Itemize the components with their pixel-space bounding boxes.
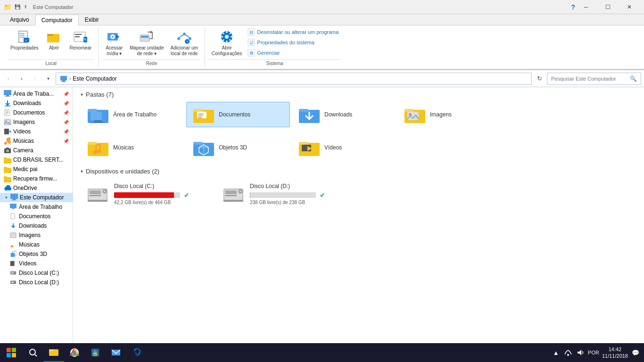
folders-grid-2: Músicas Objetos 3D	[81, 135, 636, 160]
btn-adicionar[interactable]: + Adicionar umlocal de rede	[167, 27, 200, 58]
folder-3d[interactable]: Objetos 3D	[186, 135, 290, 160]
sidebar-item-camera[interactable]: Camera	[0, 146, 73, 155]
music-icon	[4, 137, 11, 145]
sidebar-item-documentos[interactable]: Documentos 📌	[0, 108, 73, 117]
btn-renomear[interactable]: ✎ Renomear	[66, 27, 94, 53]
sidebar-item-imagens[interactable]: Imagens 📌	[0, 117, 73, 127]
sidebar-3d-label: Objetos 3D	[19, 251, 47, 257]
sidebar-item-cd[interactable]: CD BRASIL SERT...	[0, 155, 73, 165]
folder-desktop[interactable]: Área de Trabalho	[81, 102, 184, 127]
tray-arrow-icon[interactable]: ▲	[551, 348, 561, 357]
btn-mapear[interactable]: Mapear unidadede rede ▾	[127, 27, 166, 58]
sidebar-item-videos[interactable]: Vídeos 📌	[0, 127, 73, 136]
taskbar: 🔒 ▲ POR 14:42 11/11/2018 💬	[0, 343, 644, 362]
refresh-button[interactable]: ↻	[534, 73, 545, 84]
sidebar-item-onedrive[interactable]: OneDrive	[0, 183, 73, 193]
folder-downloads[interactable]: Downloads	[292, 102, 396, 127]
sidebar-item-downloads[interactable]: Downloads 📌	[0, 99, 73, 108]
svg-rect-123	[50, 351, 58, 355]
sidebar-item-3d[interactable]: Objetos 3D	[0, 249, 73, 259]
sidebar-item-area-trabalho[interactable]: Área de Trabalho	[0, 202, 73, 212]
link-manage[interactable]: ⚙ Gerenciar	[246, 48, 340, 58]
link-sysprops[interactable]: ☑ Propriedades do sistema	[246, 38, 340, 47]
btn-abrir[interactable]: Abrir	[42, 27, 66, 53]
sidebar-item-imagens2[interactable]: Imagens	[0, 230, 73, 240]
disk-item-c[interactable]: Disco Local (C:) ✔ 42,2 GB livre(s) de 4…	[81, 179, 213, 209]
address-path[interactable]: › Este Computador	[56, 73, 532, 85]
sidebar-item-videos2[interactable]: Vídeos	[0, 259, 73, 268]
start-button[interactable]	[0, 343, 23, 362]
sidebar-item-diskc[interactable]: Disco Local (C:)	[0, 268, 73, 278]
disk-item-d[interactable]: Disco Local (D:) ✔ 238 GB livre(s) de 23…	[216, 179, 348, 209]
tab-computador[interactable]: Computador	[35, 15, 79, 25]
tab-exibir[interactable]: Exibir	[79, 14, 105, 25]
tray-volume-icon[interactable]	[576, 348, 585, 357]
btn-propriedades[interactable]: ✓ Propriedades	[8, 27, 41, 53]
back-button[interactable]: ‹	[3, 73, 14, 84]
close-button[interactable]: ✕	[619, 0, 640, 14]
quick-save[interactable]: 💾	[15, 4, 20, 9]
folder-imagens[interactable]: Imagens	[397, 102, 501, 127]
svg-rect-1	[20, 33, 25, 34]
taskbar-explorer[interactable]	[43, 343, 64, 362]
sidebar-item-recupera[interactable]: Recupera firmw...	[0, 174, 73, 183]
svg-rect-53	[4, 158, 11, 164]
svg-text:✓: ✓	[25, 39, 28, 42]
svg-point-66	[11, 245, 13, 247]
btn-acessar-midia[interactable]: Acessarmídia ▾	[102, 27, 126, 58]
taskbar-mail[interactable]	[106, 343, 126, 362]
svg-rect-67	[11, 253, 15, 257]
tray-clock[interactable]: 14:42 11/11/2018	[602, 346, 628, 360]
disk-d-check-icon: ✔	[320, 191, 325, 199]
svg-text:🔒: 🔒	[92, 350, 99, 356]
quick-arrow[interactable]: ⬆	[24, 4, 27, 9]
disk-c-name: Disco Local (C:)	[114, 183, 206, 189]
taskbar-search[interactable]	[23, 343, 43, 362]
midia-icon	[107, 29, 122, 44]
minimize-button[interactable]: ─	[575, 0, 597, 14]
folders-section-header[interactable]: ▾ Pastas (7)	[81, 91, 636, 98]
expand-icon[interactable]: ▾	[4, 195, 8, 200]
forward-button[interactable]: ›	[16, 73, 27, 84]
search-input[interactable]	[551, 76, 630, 82]
svg-point-21	[183, 33, 186, 35]
up-button[interactable]: ↑	[29, 73, 41, 84]
sidebar-item-medic[interactable]: Medic pai	[0, 165, 73, 174]
search-icon[interactable]: 🔍	[630, 75, 637, 82]
recent-button[interactable]: ▾	[42, 73, 54, 84]
folder-videos[interactable]: Vídeos	[292, 135, 396, 160]
tab-arquivo[interactable]: Arquivo	[4, 14, 35, 25]
btn-configuracoes[interactable]: AbrirConfigurações	[209, 27, 245, 58]
help-icon[interactable]: ?	[571, 3, 575, 11]
tray-notification-icon[interactable]: 💬	[631, 348, 640, 357]
taskbar-edge[interactable]	[126, 343, 147, 362]
maximize-button[interactable]: ☐	[597, 0, 619, 14]
sidebar-item-desktop[interactable]: Área de Traba... 📌	[0, 89, 73, 99]
sidebar-item-diskd[interactable]: Disco Local (D:)	[0, 278, 73, 287]
devices-section-header[interactable]: ▾ Dispositivos e unidades (2)	[81, 168, 636, 175]
folder-3d-name: Objetos 3D	[219, 144, 247, 151]
taskbar-security[interactable]: 🔒	[85, 343, 106, 362]
svg-rect-107	[88, 200, 107, 202]
sidebar-item-musicas[interactable]: Músicas 📌	[0, 136, 73, 146]
sidebar-item-docs2[interactable]: Documentos	[0, 212, 73, 221]
folder-documentos[interactable]: Documentos	[186, 102, 290, 127]
folder-images-icon	[404, 105, 426, 124]
svg-rect-35	[61, 82, 66, 82]
svg-rect-60	[13, 199, 16, 200]
sidebar-item-musicas2[interactable]: Músicas	[0, 240, 73, 249]
sidebar-item-este-computador[interactable]: ▾ Este Computador	[0, 193, 73, 202]
area-desktop-icon	[9, 203, 17, 211]
onedrive-icon	[4, 184, 11, 192]
tray-network-icon[interactable]	[563, 348, 573, 357]
svg-rect-41	[6, 111, 8, 111]
abrir-icon	[46, 29, 61, 44]
folder-musicas[interactable]: Músicas	[81, 135, 184, 160]
svg-rect-33	[60, 76, 67, 81]
link-desinstalar[interactable]: ⊟ Desinstalar ou alterar um programa	[246, 27, 340, 37]
folder-downloads-icon	[298, 105, 321, 124]
svg-rect-54	[4, 157, 7, 159]
taskbar-chrome[interactable]	[64, 343, 85, 362]
search-box[interactable]: 🔍	[547, 73, 641, 85]
sidebar-item-downloads2[interactable]: Downloads	[0, 221, 73, 230]
